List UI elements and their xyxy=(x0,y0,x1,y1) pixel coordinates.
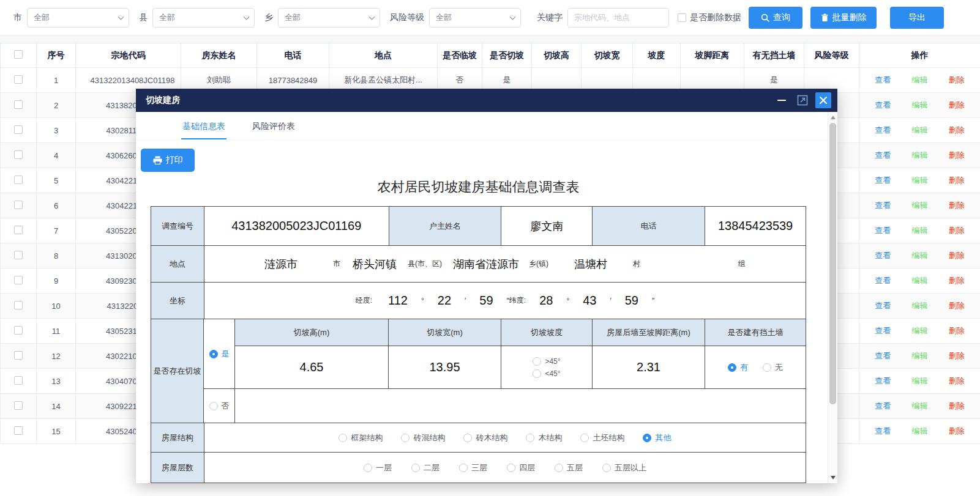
structure-wood-radio[interactable]: 木结构 xyxy=(526,432,562,443)
wall-no-radio[interactable]: 无 xyxy=(763,362,783,373)
structure-adobe-radio[interactable]: 土坯结构 xyxy=(580,432,624,443)
edit-link[interactable]: 编辑 xyxy=(911,150,927,161)
floors-3-radio[interactable]: 三层 xyxy=(459,462,487,473)
view-link[interactable]: 查看 xyxy=(875,225,891,236)
row-checkbox[interactable] xyxy=(14,251,23,259)
delete-link[interactable]: 删除 xyxy=(949,175,965,186)
delete-link[interactable]: 删除 xyxy=(949,125,965,136)
edit-link[interactable]: 编辑 xyxy=(911,426,927,437)
floors-4-radio[interactable]: 四层 xyxy=(507,462,535,473)
tab-basic-info[interactable]: 基础信息表 xyxy=(181,115,226,139)
row-checkbox[interactable] xyxy=(14,351,23,360)
edit-link[interactable]: 编辑 xyxy=(911,401,927,412)
row-checkbox[interactable] xyxy=(14,75,23,84)
edit-link[interactable]: 编辑 xyxy=(911,275,927,286)
delete-link[interactable]: 删除 xyxy=(949,75,965,86)
edit-link[interactable]: 编辑 xyxy=(911,325,927,336)
edit-link[interactable]: 编辑 xyxy=(911,125,927,136)
row-checkbox[interactable] xyxy=(14,401,23,410)
cut-slope-yes-radio[interactable]: 是 xyxy=(209,349,230,360)
view-link[interactable]: 查看 xyxy=(875,150,891,161)
delete-link[interactable]: 删除 xyxy=(949,150,965,161)
view-link[interactable]: 查看 xyxy=(875,426,891,437)
edit-link[interactable]: 编辑 xyxy=(911,376,927,387)
view-link[interactable]: 查看 xyxy=(875,75,891,86)
township-select[interactable]: 全部 xyxy=(278,8,380,28)
edit-link[interactable]: 编辑 xyxy=(911,75,927,86)
keyword-input[interactable] xyxy=(567,8,669,28)
delete-link[interactable]: 删除 xyxy=(949,376,965,387)
edit-link[interactable]: 编辑 xyxy=(911,175,927,186)
view-link[interactable]: 查看 xyxy=(875,300,891,311)
structure-frame-radio[interactable]: 框架结构 xyxy=(339,432,383,443)
delete-link[interactable]: 删除 xyxy=(949,325,965,336)
close-button[interactable] xyxy=(815,92,831,108)
row-checkbox[interactable] xyxy=(14,426,23,435)
minimize-button[interactable] xyxy=(774,92,790,108)
edit-link[interactable]: 编辑 xyxy=(911,100,927,111)
view-link[interactable]: 查看 xyxy=(875,325,891,336)
delete-link[interactable]: 删除 xyxy=(949,250,965,261)
row-checkbox[interactable] xyxy=(14,150,23,159)
select-all-checkbox[interactable] xyxy=(14,50,23,59)
delete-link[interactable]: 删除 xyxy=(949,200,965,211)
maximize-button[interactable] xyxy=(795,92,810,108)
view-link[interactable]: 查看 xyxy=(875,350,891,361)
delete-data-checkbox[interactable] xyxy=(678,13,686,22)
floors-2-radio[interactable]: 二层 xyxy=(411,462,440,473)
view-link[interactable]: 查看 xyxy=(875,100,891,111)
risk-level-select[interactable]: 全部 xyxy=(429,8,521,28)
edit-link[interactable]: 编辑 xyxy=(911,300,927,311)
filter-bar: 市 全部 县 全部 乡 全部 风险等级 全部 关键字 是否删除数据 查 xyxy=(0,0,980,35)
view-link[interactable]: 查看 xyxy=(875,200,891,211)
row-checkbox[interactable] xyxy=(14,376,23,385)
arrow-up-icon xyxy=(831,116,836,119)
tab-risk-evaluation[interactable]: 风险评价表 xyxy=(251,115,296,139)
scroll-down-button[interactable] xyxy=(828,473,838,482)
floors-5plus-radio[interactable]: 五层以上 xyxy=(602,462,646,473)
view-link[interactable]: 查看 xyxy=(875,250,891,261)
wall-yes-radio[interactable]: 有 xyxy=(728,362,748,373)
delete-link[interactable]: 删除 xyxy=(949,100,965,111)
edit-link[interactable]: 编辑 xyxy=(911,200,927,211)
scroll-up-button[interactable] xyxy=(828,113,838,122)
row-checkbox[interactable] xyxy=(14,201,23,209)
delete-link[interactable]: 删除 xyxy=(949,225,965,236)
floors-1-radio[interactable]: 一层 xyxy=(364,462,392,473)
row-checkbox[interactable] xyxy=(14,176,23,184)
slope-lt45-radio[interactable]: <45° xyxy=(533,369,560,378)
delete-link[interactable]: 删除 xyxy=(949,401,965,412)
row-checkbox[interactable] xyxy=(14,125,23,134)
slope-gt45-radio[interactable]: >45° xyxy=(533,357,560,366)
row-checkbox[interactable] xyxy=(14,276,23,284)
structure-other-radio[interactable]: 其他 xyxy=(643,432,671,443)
edit-link[interactable]: 编辑 xyxy=(911,250,927,261)
view-link[interactable]: 查看 xyxy=(875,376,891,387)
delete-link[interactable]: 删除 xyxy=(949,275,965,286)
structure-brick-concrete-radio[interactable]: 砖混结构 xyxy=(401,432,445,443)
view-link[interactable]: 查看 xyxy=(875,401,891,412)
delete-link[interactable]: 删除 xyxy=(949,300,965,311)
edit-link[interactable]: 编辑 xyxy=(911,225,927,236)
query-button[interactable]: 查询 xyxy=(749,7,802,29)
cut-slope-no-radio[interactable]: 否 xyxy=(209,401,230,412)
edit-link[interactable]: 编辑 xyxy=(911,350,927,361)
row-checkbox[interactable] xyxy=(14,301,23,309)
delete-link[interactable]: 删除 xyxy=(949,426,965,437)
row-checkbox[interactable] xyxy=(14,226,23,234)
scrollbar-thumb[interactable] xyxy=(829,123,836,404)
view-link[interactable]: 查看 xyxy=(875,125,891,136)
county-select[interactable]: 全部 xyxy=(152,8,255,28)
view-link[interactable]: 查看 xyxy=(875,175,891,186)
print-button[interactable]: 打印 xyxy=(141,149,195,172)
export-button[interactable]: 导出 xyxy=(890,7,944,29)
floors-5-radio[interactable]: 五层 xyxy=(555,462,583,473)
batch-delete-button[interactable]: 批量删除 xyxy=(810,7,877,29)
cell-seq: 13 xyxy=(37,369,76,394)
structure-brick-wood-radio[interactable]: 砖木结构 xyxy=(463,432,507,443)
city-select[interactable]: 全部 xyxy=(27,8,129,28)
view-link[interactable]: 查看 xyxy=(875,275,891,286)
row-checkbox[interactable] xyxy=(14,326,23,335)
delete-link[interactable]: 删除 xyxy=(949,350,965,361)
row-checkbox[interactable] xyxy=(14,100,23,109)
